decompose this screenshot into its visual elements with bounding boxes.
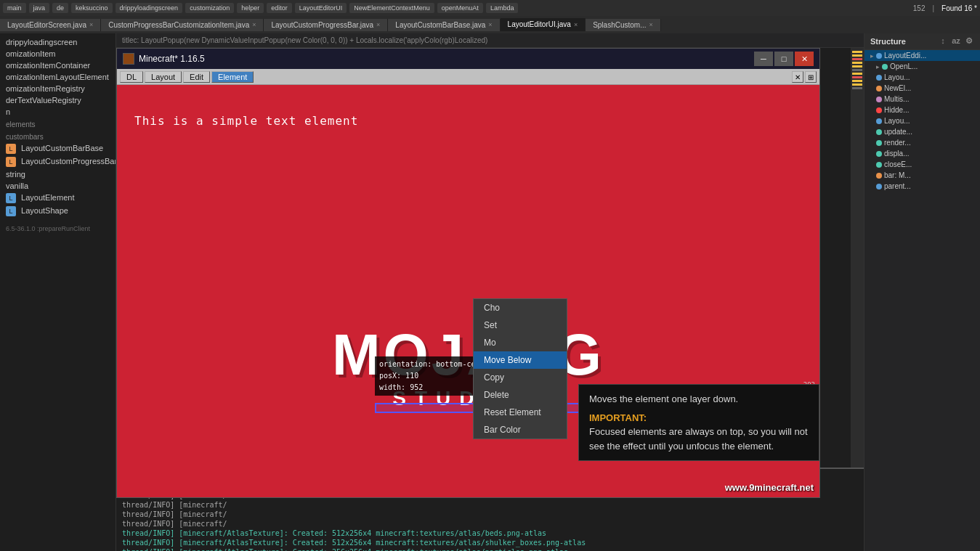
tree-view: ▸ LayoutEddi... ▸ OpenL... Layou... NewE… bbox=[864, 50, 980, 551]
tree-item-12[interactable]: parent... bbox=[864, 181, 980, 192]
tree-item-9[interactable]: displa... bbox=[864, 148, 980, 159]
center-content: titlec: LayoutPopup(new DynamicValueInpu… bbox=[116, 33, 864, 551]
terminal-line-7: thread/INFO] [minecraft/AtlasTexture]: C… bbox=[122, 538, 858, 547]
close-icon[interactable]: × bbox=[488, 21, 492, 28]
ctx-item-move-below[interactable]: Move Below bbox=[474, 351, 567, 369]
sidebar-item-dertextvalue[interactable]: derTextValueRegistry bbox=[0, 94, 116, 106]
mc-menu-element[interactable]: Element bbox=[211, 71, 254, 83]
ctx-item-set[interactable]: Set bbox=[474, 317, 567, 334]
mc-menu-edit[interactable]: Edit bbox=[183, 71, 210, 83]
scroll-marker bbox=[852, 62, 862, 64]
sidebar-item-vanilla[interactable]: vanilla bbox=[0, 180, 116, 192]
close-icon[interactable]: × bbox=[376, 21, 380, 28]
tree-item-4[interactable]: Multis... bbox=[864, 94, 980, 105]
tooltip-main-text: Moves the element one layer down. bbox=[589, 392, 809, 407]
top-tab-customization[interactable]: customization bbox=[185, 3, 234, 13]
mc-menu-layout[interactable]: Layout bbox=[145, 71, 182, 83]
file-tab-5[interactable]: SplashCustom...× bbox=[586, 19, 661, 31]
sidebar-section-custombars: custombars bbox=[0, 130, 116, 142]
top-tab-keksuccino[interactable]: keksuccino bbox=[71, 3, 113, 13]
tree-item-label: NewEl... bbox=[884, 84, 911, 92]
top-tab-openmenu[interactable]: openMenuAt bbox=[437, 3, 483, 13]
top-tab-drippy[interactable]: drippyloadingscreen bbox=[116, 3, 183, 13]
tree-node-dot bbox=[876, 162, 882, 168]
mc-close-button[interactable]: ✕ bbox=[795, 52, 814, 66]
tree-item-1[interactable]: ▸ OpenL... bbox=[864, 61, 980, 72]
tree-item-11[interactable]: bar: M... bbox=[864, 170, 980, 181]
file-tab-4[interactable]: LayoutEditorUI.java× bbox=[501, 18, 586, 31]
tree-item-7[interactable]: update... bbox=[864, 126, 980, 137]
close-icon[interactable]: × bbox=[649, 21, 653, 28]
close-icon[interactable]: × bbox=[89, 21, 93, 28]
right-scroll-area[interactable] bbox=[851, 48, 864, 498]
file-tabs-bar: LayoutEditorScreen.java× CustomProgressB… bbox=[0, 16, 980, 33]
chevron-icon: ▸ bbox=[876, 63, 880, 70]
tree-item-0[interactable]: ▸ LayoutEddi... bbox=[864, 50, 980, 61]
sidebar-item-n[interactable]: n bbox=[0, 106, 116, 118]
mc-app-icon bbox=[123, 53, 134, 65]
top-tab-de[interactable]: de bbox=[52, 3, 68, 13]
scroll-marker bbox=[852, 80, 862, 82]
top-tab-java[interactable]: java bbox=[29, 3, 50, 13]
settings-icon[interactable]: ⚙ bbox=[964, 36, 974, 46]
blue-icon: L bbox=[6, 206, 16, 216]
close-icon[interactable]: × bbox=[252, 21, 256, 28]
top-tab-newelementcontext[interactable]: NewElementContextMenu bbox=[349, 3, 434, 13]
sidebar-section-elements: elements bbox=[0, 118, 116, 130]
tree-item-10[interactable]: closeE... bbox=[864, 159, 980, 170]
top-tab-helper[interactable]: helper bbox=[237, 3, 264, 13]
tree-item-6[interactable]: Layou... bbox=[864, 115, 980, 126]
tree-item-3[interactable]: NewEl... bbox=[864, 83, 980, 94]
tree-item-label: bar: M... bbox=[884, 171, 911, 179]
tree-item-8[interactable]: render... bbox=[864, 137, 980, 148]
file-tab-1[interactable]: CustomProgressBarCustomizationItem.java× bbox=[101, 19, 264, 31]
ctx-item-bar-color[interactable]: Bar Color bbox=[474, 421, 567, 438]
file-tab-2[interactable]: LayoutCustomProgressBar.java× bbox=[264, 19, 388, 31]
mc-menubar: DL Layout Edit Element ✕ ⊞ bbox=[117, 69, 819, 85]
sort-alpha-icon[interactable]: az bbox=[951, 36, 961, 46]
sort-icon[interactable]: ↕ bbox=[938, 36, 948, 46]
tree-item-2[interactable]: Layou... bbox=[864, 72, 980, 83]
terminal-line-8: thread/INFO] [minecraft/AtlasTexture]: C… bbox=[122, 547, 858, 551]
mc-menu-dl[interactable]: DL bbox=[120, 71, 143, 83]
scroll-marker-gray bbox=[852, 69, 862, 71]
ctx-item-delete[interactable]: Delete bbox=[474, 386, 567, 404]
top-tab-lambda[interactable]: Lambda bbox=[486, 3, 519, 13]
terminal-line-6: thread/INFO] [minecraft/AtlasTexture]: C… bbox=[122, 528, 858, 538]
sidebar-item-omizationregistry[interactable]: omizationItemRegistry bbox=[0, 83, 116, 94]
sidebar-item-omizationlayout[interactable]: omizationItemLayoutElement bbox=[0, 71, 116, 83]
top-tab-editor[interactable]: editor bbox=[267, 3, 292, 13]
ctx-item-copy[interactable]: Copy bbox=[474, 369, 567, 386]
top-tabs-bar: main java de keksuccino drippyloadingscr… bbox=[0, 0, 980, 16]
file-tab-0[interactable]: LayoutEditorScreen.java× bbox=[0, 19, 101, 31]
file-tab-3[interactable]: LayoutCustomBarBase.java× bbox=[388, 19, 500, 31]
tree-item-label: Layou... bbox=[884, 117, 910, 125]
tree-item-label: displa... bbox=[884, 150, 909, 158]
watermark: www.9minecraft.net bbox=[725, 482, 814, 493]
top-tab-main[interactable]: main bbox=[3, 3, 26, 13]
mc-expand-icon[interactable]: ⊞ bbox=[805, 71, 817, 83]
sidebar-item-layoutcustombarbase[interactable]: L LayoutCustomBarBase bbox=[0, 142, 116, 155]
mc-minimize-button[interactable]: ─ bbox=[754, 52, 773, 66]
terminal-line-4: thread/INFO] [minecraft/ bbox=[122, 510, 858, 519]
context-menu[interactable]: Cho Set Mo Move Below Copy Delete Reset … bbox=[473, 298, 567, 439]
mc-title-left: Minecraft* 1.16.5 bbox=[123, 53, 205, 65]
sidebar-item-string[interactable]: string bbox=[0, 168, 116, 180]
tree-node-dot bbox=[876, 107, 882, 113]
top-tab-layouteditorui[interactable]: LayoutEditorUI bbox=[295, 3, 347, 13]
sidebar-item-omization[interactable]: omizationItem bbox=[0, 48, 116, 60]
sidebar-item-layoutelement[interactable]: L LayoutElement bbox=[0, 192, 116, 205]
tree-item-label: Hidde... bbox=[884, 106, 909, 114]
tree-item-5[interactable]: Hidde... bbox=[864, 105, 980, 115]
sidebar-item-layoutshape[interactable]: L LayoutShape bbox=[0, 205, 116, 218]
ctx-item-mo[interactable]: Mo bbox=[474, 334, 567, 351]
mc-exit-icon[interactable]: ✕ bbox=[792, 71, 803, 83]
ctx-item-reset[interactable]: Reset Element bbox=[474, 404, 567, 421]
sidebar-item-drippy[interactable]: drippyloadingscreen bbox=[0, 36, 116, 48]
mc-maximize-button[interactable]: □ bbox=[774, 52, 793, 66]
sidebar-item-layoutcustomprogressbar[interactable]: L LayoutCustomProgressBar bbox=[0, 155, 116, 168]
ctx-item-cho[interactable]: Cho bbox=[474, 299, 567, 317]
sidebar-item-omizationcontainer[interactable]: omizationItemContainer bbox=[0, 60, 116, 71]
minecraft-window[interactable]: Minecraft* 1.16.5 ─ □ ✕ DL Layout Edit E… bbox=[116, 48, 820, 498]
close-icon[interactable]: × bbox=[574, 21, 578, 28]
